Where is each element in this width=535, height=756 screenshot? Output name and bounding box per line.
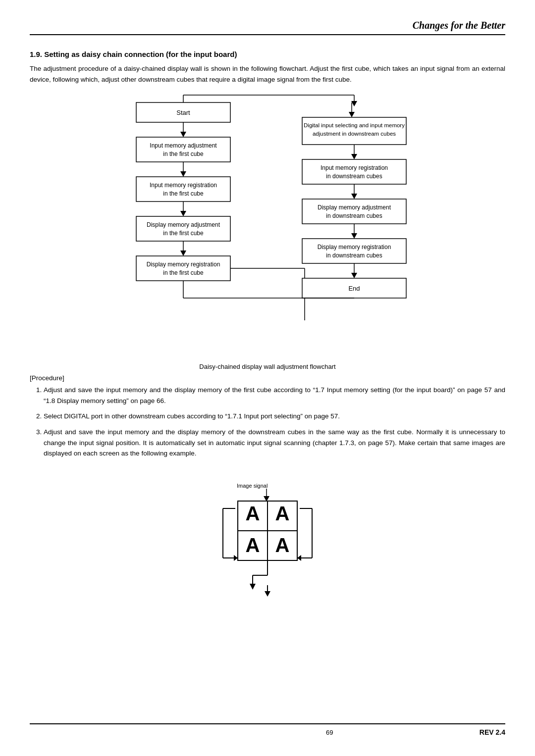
- procedure-item-1: Adjust and save the input memory and the…: [44, 385, 505, 406]
- svg-text:Start: Start: [176, 109, 190, 116]
- svg-text:A: A: [246, 534, 260, 556]
- svg-marker-25: [349, 112, 355, 117]
- svg-marker-8: [180, 171, 186, 177]
- svg-rect-19: [136, 256, 230, 281]
- svg-marker-40: [351, 233, 357, 239]
- header-title: Changes for the Better: [413, 20, 505, 31]
- section-heading: 1.9. Setting as daisy chain connection (…: [30, 50, 505, 58]
- svg-marker-75: [250, 584, 256, 590]
- svg-text:in the first cube: in the first cube: [163, 151, 204, 157]
- svg-marker-71: [297, 555, 301, 561]
- svg-text:A: A: [275, 534, 290, 556]
- svg-text:in the first cube: in the first cube: [163, 230, 204, 237]
- svg-text:Display memory adjustment: Display memory adjustment: [147, 221, 220, 228]
- svg-text:Display memory adjustment: Display memory adjustment: [318, 204, 391, 211]
- intro-text: The adjustment procedure of a daisy-chai…: [30, 63, 505, 85]
- svg-text:A: A: [275, 503, 290, 524]
- svg-text:Digital input selecting and in: Digital input selecting and input memory: [304, 122, 405, 128]
- header-bar: Changes for the Better: [30, 20, 505, 35]
- svg-text:in downstream cubes: in downstream cubes: [326, 173, 382, 180]
- svg-marker-67: [234, 555, 238, 561]
- page-number: 69: [180, 729, 480, 736]
- svg-rect-31: [302, 159, 406, 184]
- svg-rect-36: [302, 199, 406, 224]
- svg-text:Input memory registration: Input memory registration: [321, 164, 388, 171]
- svg-marker-30: [351, 154, 357, 159]
- svg-marker-35: [351, 194, 357, 199]
- svg-text:in downstream cubes: in downstream cubes: [326, 212, 382, 219]
- flowchart-caption: Daisy-chained display wall adjustment fl…: [30, 363, 505, 370]
- svg-marker-18: [180, 251, 186, 256]
- svg-rect-9: [136, 177, 230, 202]
- image-signal-label: Image signal: [237, 483, 268, 489]
- procedure-list: Adjust and save the input memory and the…: [44, 385, 505, 459]
- svg-marker-3: [180, 132, 186, 137]
- svg-rect-14: [136, 216, 230, 241]
- svg-marker-54: [351, 101, 357, 106]
- rev-label: REV 2.4: [480, 728, 505, 736]
- svg-text:Input memory adjustment: Input memory adjustment: [150, 142, 217, 149]
- svg-marker-77: [265, 591, 270, 597]
- svg-text:A: A: [246, 503, 260, 524]
- svg-text:End: End: [348, 285, 360, 292]
- svg-text:in the first cube: in the first cube: [163, 190, 204, 197]
- procedure-item-2: Select DIGITAL port in other downstream …: [44, 411, 505, 422]
- flowchart-svg: Start Input memory adjustment in the fir…: [79, 93, 456, 360]
- svg-text:Input memory registration: Input memory registration: [150, 182, 217, 189]
- flowchart-diagram: Start Input memory adjustment in the fir…: [30, 93, 505, 360]
- svg-text:Display memory registration: Display memory registration: [318, 244, 391, 251]
- footer-bar: 69 REV 2.4: [30, 723, 505, 736]
- svg-rect-4: [136, 137, 230, 162]
- svg-text:Display memory registration: Display memory registration: [147, 261, 220, 268]
- svg-text:in downstream cubes: in downstream cubes: [326, 252, 382, 259]
- svg-marker-45: [351, 273, 357, 278]
- svg-rect-41: [302, 239, 406, 263]
- svg-text:adjustment in downstream cubes: adjustment in downstream cubes: [313, 131, 396, 137]
- display-diagram-svg: Image signal A A A A: [178, 469, 357, 617]
- procedure-label: [Procedure]: [30, 374, 505, 382]
- svg-text:in the first cube: in the first cube: [163, 269, 204, 276]
- display-diagram-container: Image signal A A A A: [30, 469, 505, 617]
- procedure-item-3: Adjust and save the input memory and the…: [44, 427, 505, 459]
- svg-marker-13: [180, 211, 186, 216]
